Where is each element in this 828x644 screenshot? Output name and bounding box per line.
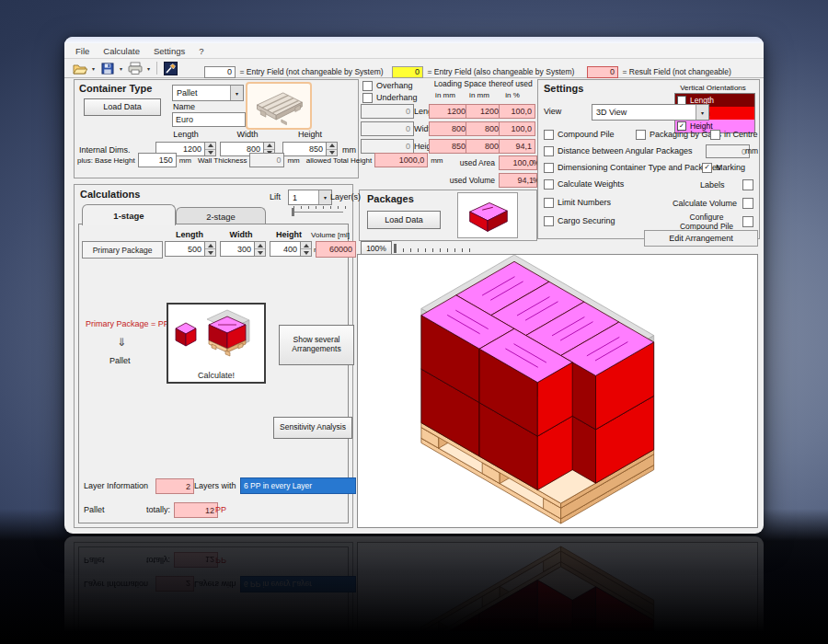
view-3d-pane[interactable]	[357, 254, 758, 528]
printer-icon	[128, 62, 143, 75]
legend-entry-sample: 0	[204, 66, 236, 78]
calculate-weights-checkbox[interactable]: Calculate Weights	[544, 179, 624, 190]
packaging-by-gaps-checkbox[interactable]: Packaging by Gaps	[636, 130, 721, 140]
used-height-pct: 94,1	[499, 139, 535, 154]
marking-checkbox[interactable]: Marking	[702, 163, 745, 173]
layer-count-field: 2	[155, 478, 194, 494]
loading-height-mm: 850	[429, 139, 469, 154]
checkbox-checked-icon[interactable]	[702, 163, 712, 173]
distance-unit: mm	[745, 146, 758, 155]
view-value: 3D View	[596, 108, 627, 117]
chevron-down-icon[interactable]: ▾	[696, 105, 708, 120]
configuration-button[interactable]	[161, 60, 180, 76]
settings-panel: Settings Vertical Orientations Length Wi…	[537, 79, 760, 239]
print-dropdown[interactable]: ▾	[144, 61, 153, 75]
sensitivity-analysis-button[interactable]: Sensitivity Analysis	[273, 417, 352, 439]
calculate-button[interactable]: Calculate!	[167, 303, 266, 384]
edit-arrangement-button[interactable]: Edit Arrangement	[644, 230, 758, 247]
checkbox-icon[interactable]	[544, 163, 554, 173]
print-button[interactable]	[125, 60, 144, 76]
show-several-arrangements-button[interactable]: Show several Arrangements	[279, 325, 354, 365]
checkbox-icon[interactable]	[544, 179, 554, 190]
pp-height-stepper[interactable]: 400	[270, 241, 312, 257]
tab-1-stage-label: 1-stage	[113, 211, 144, 221]
container-type-value: Pallet	[177, 88, 198, 98]
labels-checkbox[interactable]	[742, 179, 753, 190]
chevron-down-icon[interactable]: ▾	[230, 86, 243, 100]
packages-title: Packages	[367, 193, 414, 204]
checkbox-icon[interactable]	[544, 216, 554, 226]
container-load-data-button[interactable]: Load Data	[84, 98, 161, 116]
menu-calculate[interactable]: Calculate	[103, 46, 140, 56]
dimensioning-checkbox[interactable]: Dimensioning Container Type and Packages	[544, 163, 720, 173]
overhang-height-field[interactable]: 0	[361, 139, 414, 154]
legend-result-sample: 0	[587, 66, 618, 78]
distance-checkbox[interactable]: Distance between Angular Packages	[544, 146, 693, 156]
tab-2-stage[interactable]: 2-stage	[176, 207, 266, 225]
cargo-securing-checkbox[interactable]: Cargo Securing	[544, 216, 615, 226]
save-dropdown[interactable]: ▾	[117, 61, 125, 75]
base-height-field[interactable]: 150	[138, 153, 177, 167]
zoom-slider-thumb[interactable]	[394, 244, 397, 253]
pp-length-value[interactable]: 500	[165, 241, 205, 257]
compound-pile-checkbox[interactable]: Compound Pile	[544, 130, 615, 140]
overhang-width-field[interactable]: 0	[361, 121, 414, 136]
view-label: View	[544, 107, 561, 116]
open-dropdown[interactable]: ▾	[89, 61, 98, 75]
menu-settings[interactable]: Settings	[154, 46, 185, 56]
lift-slider-thumb[interactable]	[292, 208, 294, 216]
view-select[interactable]: 3D View ▾	[592, 104, 709, 121]
used-width-mm: 800	[466, 121, 502, 136]
tab-1-stage[interactable]: 1-stage	[82, 204, 176, 225]
primary-package-box[interactable]: Primary Package	[82, 241, 163, 259]
pp-height-value[interactable]: 400	[270, 241, 301, 257]
compound-pile-label: Compound Pile	[558, 130, 615, 139]
stepper-arrows[interactable]	[255, 241, 266, 257]
lift-select[interactable]: 1 ▾	[288, 190, 332, 205]
primary-package-note: Primary Package = PP	[86, 319, 169, 328]
packages-load-data-button[interactable]: Load Data	[367, 211, 441, 229]
distance-field[interactable]: 0	[706, 144, 750, 158]
overhang-length-field[interactable]: 0	[361, 104, 414, 119]
menu-help[interactable]: ?	[199, 46, 203, 56]
pp-width-stepper[interactable]: 300	[220, 241, 266, 257]
chevron-down-icon[interactable]: ▾	[318, 190, 331, 204]
calculate-weights-label: Calculate Weights	[558, 179, 624, 189]
container-type-select[interactable]: Pallet ▾	[172, 85, 244, 101]
menu-file[interactable]: File	[75, 46, 89, 56]
overhang-checkbox[interactable]: Overhang	[362, 81, 413, 91]
save-button[interactable]	[98, 60, 117, 76]
checkbox-icon[interactable]	[362, 81, 373, 91]
open-button[interactable]	[70, 60, 89, 76]
calculate-volume-checkbox[interactable]	[742, 198, 753, 209]
checkbox-icon[interactable]	[544, 146, 554, 156]
checkbox-icon[interactable]	[544, 130, 554, 140]
pp-width-value[interactable]: 300	[220, 241, 255, 257]
underhang-checkbox[interactable]: Underhang	[362, 93, 418, 103]
checkbox-icon[interactable]	[710, 130, 720, 140]
marking-label: Marking	[716, 163, 745, 172]
used-height-mm: 800	[466, 139, 502, 154]
container-name-input[interactable]: Euro	[172, 112, 246, 127]
toolbar: ▾ ▾ ▾ 0 = Entry Field (not changeable by…	[64, 59, 764, 78]
in-centre-checkbox[interactable]: in Centre	[710, 130, 758, 140]
loading-length-mm: 1200	[429, 104, 469, 119]
zoom-slider-ticks	[396, 248, 475, 252]
stepper-arrows[interactable]	[301, 241, 312, 257]
configure-compound-pile-checkbox[interactable]	[742, 216, 753, 227]
checkbox-icon[interactable]	[544, 198, 554, 208]
window-title-strip	[64, 37, 764, 43]
pp-length-header: Length	[163, 230, 216, 239]
layer-description-field[interactable]: 6 PP in every Layer	[240, 477, 356, 494]
lift-slider-track[interactable]	[293, 212, 343, 213]
configure-compound-pile-label: Configure Compound Pile	[676, 213, 737, 231]
window-reflection: File Calculate Settings ? ▾ ▾ ▾ 0 = Entr…	[64, 536, 764, 644]
pp-length-stepper[interactable]: 500	[165, 241, 216, 257]
checkbox-icon[interactable]	[636, 130, 646, 140]
wall-thickness-field[interactable]: 0	[249, 153, 284, 167]
stepper-arrows[interactable]	[205, 241, 216, 257]
lift-slider-ticks	[293, 206, 349, 209]
checkbox-icon[interactable]	[362, 93, 373, 103]
limit-numbers-checkbox[interactable]: Limit Numbers	[544, 198, 611, 208]
package-thumbnail	[457, 192, 518, 238]
